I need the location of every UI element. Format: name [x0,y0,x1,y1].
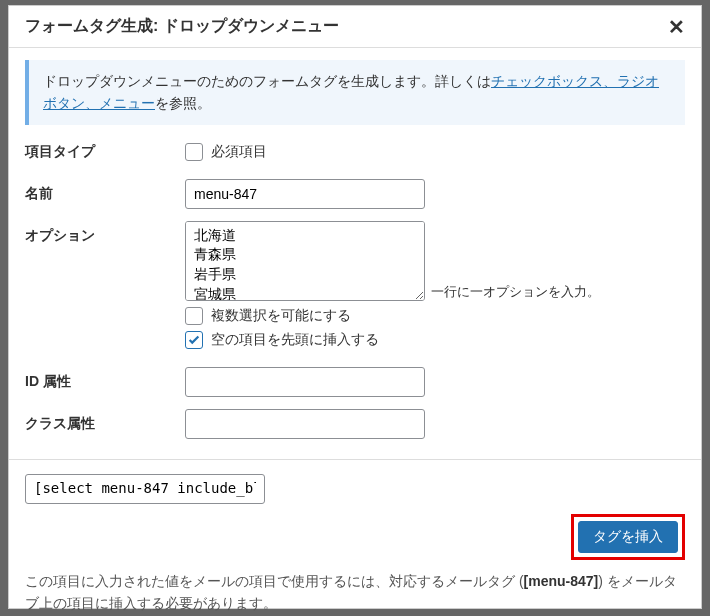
form-tag-generator-modal: フォームタグ生成: ドロップダウンメニュー ✕ ドロップダウンメニューのためのフ… [8,5,702,609]
mail-tag: [menu-847] [524,573,599,589]
insert-tag-button[interactable]: タグを挿入 [578,521,678,553]
options-label: オプション [25,221,185,245]
options-textarea[interactable]: 北海道 青森県 岩手県 宮城県 [185,221,425,301]
name-label: 名前 [25,179,185,203]
include-blank-label: 空の項目を先頭に挿入する [211,331,379,349]
required-checkbox[interactable] [185,143,203,161]
options-hint: 一行に一オプションを入力。 [431,283,600,301]
modal-header: フォームタグ生成: ドロップダウンメニュー ✕ [9,6,701,48]
include-blank-checkbox[interactable] [185,331,203,349]
info-notice: ドロップダウンメニューのためのフォームタグを生成します。詳しくはチェックボックス… [25,60,685,125]
modal-title: フォームタグ生成: ドロップダウンメニュー [25,16,339,37]
multiple-checkbox[interactable] [185,307,203,325]
generated-tag-input[interactable] [25,474,265,504]
id-attr-input[interactable] [185,367,425,397]
close-icon[interactable]: ✕ [668,17,685,37]
multiple-label: 複数選択を可能にする [211,307,351,325]
class-attr-label: クラス属性 [25,409,185,433]
class-attr-input[interactable] [185,409,425,439]
modal-footer: タグを挿入 [9,459,701,560]
help-text: この項目に入力された値をメールの項目で使用するには、対応するメールタグ ([me… [9,560,701,616]
form-body: 項目タイプ 必須項目 名前 オプション 北海道 青森県 岩手県 宮城県 一行に一… [9,137,701,439]
field-type-label: 項目タイプ [25,137,185,161]
id-attr-label: ID 属性 [25,367,185,391]
insert-highlight: タグを挿入 [571,514,685,560]
name-input[interactable] [185,179,425,209]
required-label: 必須項目 [211,143,267,161]
